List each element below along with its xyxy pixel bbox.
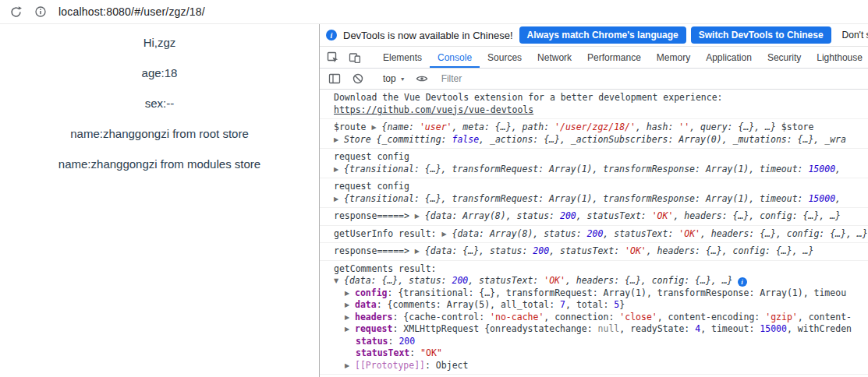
console-message: getComments result:▼{data: {…}, status: … xyxy=(320,261,868,375)
tab-network[interactable]: Network xyxy=(530,47,579,68)
reload-icon[interactable] xyxy=(9,5,23,19)
tab-performance[interactable]: Performance xyxy=(579,47,649,68)
console-message: response=====> ▶{data: {…}, status: 200,… xyxy=(320,243,868,261)
console-token: 200 xyxy=(587,228,604,239)
disclosure-triangle-icon[interactable]: ▶ xyxy=(345,312,355,324)
address-bar: localhost:8080/#/user/zgz/18/ xyxy=(0,0,868,24)
console-token: data xyxy=(355,299,377,310)
disclosure-triangle-icon[interactable]: ▶ xyxy=(441,228,452,241)
disclosure-triangle-icon[interactable]: ▶ xyxy=(415,210,425,223)
tab-elements[interactable]: Elements xyxy=(375,47,430,68)
console-token: : {transitional: {…}, transformRequest: … xyxy=(388,287,847,298)
console-token: getUserInfo result: xyxy=(334,228,441,239)
tabbar-icons xyxy=(320,47,375,68)
page-text-line: name:zhanggongzi from root store xyxy=(0,127,319,140)
console-token: 'close' xyxy=(619,312,657,322)
disclosure-triangle-icon[interactable]: ▼ xyxy=(334,275,344,287)
infobar-buttons: Always match Chrome's languageSwitch Dev… xyxy=(519,26,831,44)
disclosure-triangle-icon[interactable]: ▶ xyxy=(345,323,355,336)
filter-input[interactable] xyxy=(440,72,863,85)
window-body: Hi,zgzage:18sex:--name:zhanggongzi from … xyxy=(0,24,868,377)
disclosure-triangle-icon[interactable]: ▶ xyxy=(415,245,425,258)
disclosure-triangle-icon[interactable]: ▶ xyxy=(345,360,355,372)
live-expression-eye-icon[interactable] xyxy=(412,71,432,86)
console-token: , statusText: xyxy=(603,228,678,239)
clear-console-icon[interactable] xyxy=(348,71,368,86)
infobar-button[interactable]: Switch DevTools to Chinese xyxy=(691,26,831,44)
console-sidebar-icon[interactable] xyxy=(324,71,345,86)
console-line: $route ▶{name: 'user', meta: {…}, path: … xyxy=(320,122,868,134)
inspect-element-icon[interactable] xyxy=(323,50,343,65)
disclosure-triangle-icon[interactable]: ▶ xyxy=(334,134,344,146)
console-message: response=====> ▶{data: Array(8), status:… xyxy=(320,208,868,226)
console-token: , connection: xyxy=(544,312,619,322)
console-token: , query: {…}, …} xyxy=(689,122,776,132)
console-line: ▶data: {comments: Array(5), all_total: 7… xyxy=(320,299,868,312)
console-token: , timeout: xyxy=(700,323,760,334)
console-line: ▶Store {_committing: false, _actions: {…… xyxy=(320,134,868,146)
browser-window: localhost:8080/#/user/zgz/18/ Hi,zgzage:… xyxy=(0,0,868,377)
console-link[interactable]: https://github.com/vuejs/vue-devtools xyxy=(334,104,533,115)
console-token: request config xyxy=(334,151,409,162)
console-token: {transitional: {…}, transformRequest: Ar… xyxy=(344,193,808,204)
console-message: request config▶{transitional: {…}, trans… xyxy=(320,149,868,178)
console-token: 200 xyxy=(452,275,468,286)
tab-lighthouse[interactable]: Lighthouse xyxy=(809,47,868,68)
tab-console[interactable]: Console xyxy=(430,47,480,68)
console-token: , _actions: {…}, _actionSubscribers: Arr… xyxy=(479,134,846,145)
disclosure-triangle-icon[interactable]: ▶ xyxy=(334,164,344,176)
disclosure-triangle-icon[interactable]: ▶ xyxy=(371,122,381,134)
device-toolbar-icon[interactable] xyxy=(345,50,365,65)
infobar-dismiss-button[interactable]: Don't show again xyxy=(842,30,868,41)
console-line: request config xyxy=(320,151,868,164)
console-token: 'OK' xyxy=(625,245,647,256)
disclosure-triangle-icon[interactable]: ▶ xyxy=(334,193,344,206)
console-token: 15000 xyxy=(808,164,835,174)
console-token: , headers: {…}, config: {…}, …} xyxy=(673,210,841,221)
console-line: Download the Vue Devtools extension for … xyxy=(320,92,868,104)
url-text[interactable]: localhost:8080/#/user/zgz/18/ xyxy=(58,5,205,18)
console-token: , headers: {…}, config: {…}, …} xyxy=(565,275,733,286)
page-info-icon[interactable] xyxy=(34,5,47,18)
console-token: , headers: {…}, config: {…}, …} xyxy=(700,228,868,239)
disclosure-triangle-icon[interactable]: ▶ xyxy=(345,287,355,300)
console-token: response=====> xyxy=(334,245,415,256)
tab-memory[interactable]: Memory xyxy=(649,47,698,68)
console-token: 'OK' xyxy=(544,275,565,286)
page-text-line: sex:-- xyxy=(0,97,319,110)
console-token: Store {_committing: xyxy=(344,134,452,145)
context-selector[interactable]: top ▼ xyxy=(380,73,409,84)
console-token: headers xyxy=(355,312,392,322)
tab-sources[interactable]: Sources xyxy=(480,47,530,68)
console-token: , meta: {…}, path: xyxy=(452,122,554,132)
console-token: Download the Vue Devtools extension for … xyxy=(334,92,723,103)
page-text-line: age:18 xyxy=(0,66,319,79)
console-line: ▶{transitional: {…}, transformRequest: A… xyxy=(320,193,868,206)
console-line: response=====> ▶{data: Array(8), status:… xyxy=(320,210,868,223)
infobar-button[interactable]: Always match Chrome's language xyxy=(519,26,686,44)
console-token: 'OK' xyxy=(678,228,700,239)
console-token: : {comments: Array(5), all_total: xyxy=(377,299,560,310)
console-token: } xyxy=(619,299,625,310)
console-token: , content- xyxy=(798,312,852,322)
disclosure-triangle-icon[interactable]: ▶ xyxy=(345,299,355,312)
tab-application[interactable]: Application xyxy=(698,47,760,68)
console-message: request config▶{transitional: {…}, trans… xyxy=(320,178,868,208)
console-line: statusText: "OK" xyxy=(320,347,868,360)
console-token: , statusText: xyxy=(549,245,625,256)
console-token: request config xyxy=(334,181,409,192)
console-token: {name: xyxy=(381,122,419,132)
console-line: ▶config: {transitional: {…}, transformRe… xyxy=(320,287,868,300)
console-line: ▶[[Prototype]]: Object xyxy=(320,360,868,372)
evaluated-info-icon[interactable]: i xyxy=(738,277,747,287)
tab-security[interactable]: Security xyxy=(760,47,809,68)
console-token: [[Prototype]] xyxy=(355,360,425,371)
console-token: 200 xyxy=(399,336,415,347)
console-line: request config xyxy=(320,181,868,193)
console-token: , total: xyxy=(565,299,614,310)
console-line: ▶{transitional: {…}, transformRequest: A… xyxy=(320,164,868,176)
console-token: , withCreden xyxy=(787,323,852,334)
console-token: response=====> xyxy=(334,210,415,221)
console-token: {data: Array(8), status: xyxy=(452,228,586,239)
console-line: getComments result: xyxy=(320,263,868,276)
